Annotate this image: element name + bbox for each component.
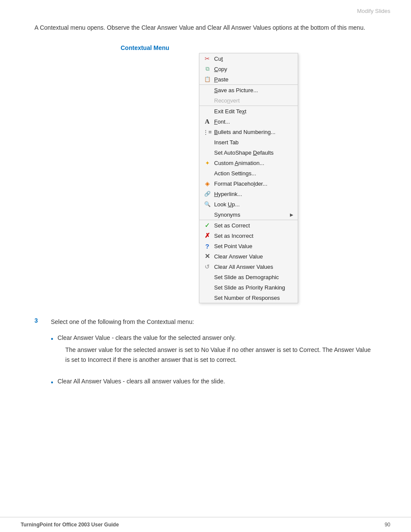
menu-label-set-correct: Set as Correct [214,222,293,229]
menu-item-cut[interactable]: ✂ Cut [199,53,298,64]
menu-item-copy[interactable]: ⧉ Copy [199,64,298,74]
hyperlink-icon: 🔗 [203,190,212,198]
menu-item-set-point-value[interactable]: ? Set Point Value [199,241,298,251]
footer: TurningPoint for Office 2003 User Guide … [0,517,411,532]
header: Modify Slides [0,0,411,14]
set-slide-demographic-icon [203,273,212,281]
bullet-label-2: Clear All Answer Values - clears all ans… [58,378,225,385]
menu-item-save-as-picture[interactable]: Save as Picture... [199,84,298,95]
menu-label-set-incorrect: Set as Incorrect [214,233,293,239]
synonyms-icon [203,211,212,218]
footer-left-text: TurningPoint for Office 2003 User Guide [21,522,119,528]
step-3-section: 3 Select one of the following from the C… [34,317,377,394]
menu-label-look-up: Look Up... [214,201,293,208]
menu-item-set-number-responses[interactable]: Set Number of Responses [199,292,298,303]
copy-icon: ⧉ [203,65,212,73]
menu-label-paste: Paste [214,76,293,83]
menu-item-set-slide-priority[interactable]: Set Slide as Priority Ranking [199,282,298,292]
menu-label-cut: Cut [214,56,293,62]
menu-item-hyperlink[interactable]: 🔗 Hyperlink... [199,189,298,199]
context-menu-wrapper: Contextual Menu ✂ Cut ⧉ Copy 📋 Paste Sav… [34,44,377,303]
set-autoshape-icon [203,149,212,156]
bullet-label-1: Clear Answer Value - clears the value fo… [58,334,236,341]
bullet-list: • Clear Answer Value - clears the value … [51,333,377,388]
bullet-item-2: • Clear All Answer Values - clears all a… [51,376,377,388]
menu-item-action-settings[interactable]: Action Settings... [199,168,298,178]
menu-item-set-autoshape[interactable]: Set AutoShape Defaults [199,147,298,158]
bullet-item-1-content: Clear Answer Value - clears the value fo… [58,333,377,370]
bullet-item-1: • Clear Answer Value - clears the value … [51,333,377,370]
action-settings-icon [203,169,212,177]
menu-label-format-placeholder: Format Placeholder... [214,180,293,187]
context-menu-title: Contextual Menu [121,44,169,51]
menu-item-synonyms[interactable]: Synonyms ▶ [199,209,298,220]
paste-icon: 📋 [203,75,212,83]
menu-label-set-slide-demographic: Set Slide as Demographic [214,274,293,280]
menu-label-clear-all-answer-values: Clear All Answer Values [214,264,293,270]
menu-label-insert-tab: Insert Tab [214,139,293,146]
menu-item-clear-all-answer-values[interactable]: ↺ Clear All Answer Values [199,261,298,272]
footer-page-number: 90 [385,522,390,528]
menu-label-set-slide-priority: Set Slide as Priority Ranking [214,284,293,291]
menu-item-exit-edit-text[interactable]: Exit Edit Text [199,106,298,116]
menu-item-bullets[interactable]: ⋮≡ Bullets and Numbering... [199,127,298,137]
save-as-picture-icon [203,86,212,94]
menu-item-insert-tab[interactable]: Insert Tab [199,137,298,147]
menu-label-custom-animation: Custom Animation... [214,160,293,166]
menu-label-action-settings: Action Settings... [214,170,293,177]
menu-item-custom-animation[interactable]: ✦ Custom Animation... [199,158,298,168]
step-3-number: 3 [34,317,43,394]
bullets-icon: ⋮≡ [203,128,212,136]
custom-animation-icon: ✦ [203,159,212,167]
step-3-main-text: Select one of the following from the Con… [51,317,377,327]
exit-edit-text-icon [203,107,212,115]
look-up-icon: 🔍 [203,200,212,208]
menu-label-clear-answer-value: Clear Answer Value [214,253,293,260]
main-content: A Contextual menu opens. Observe the Cle… [0,14,411,394]
menu-item-font[interactable]: A Font... [199,116,298,127]
set-number-responses-icon [203,294,212,302]
cut-icon: ✂ [203,55,212,62]
menu-label-set-point-value: Set Point Value [214,243,293,249]
set-incorrect-icon: ✗ [203,232,212,240]
synonyms-arrow-icon: ▶ [290,212,293,217]
set-point-value-icon: ? [203,242,212,250]
menu-item-clear-answer-value[interactable]: ✕ Clear Answer Value [199,251,298,261]
clear-answer-value-icon: ✕ [203,252,212,260]
font-icon: A [203,118,212,125]
menu-item-format-placeholder[interactable]: ◈ Format Placeholder... [199,178,298,189]
step-3-content: Select one of the following from the Con… [51,317,377,394]
insert-tab-icon [203,138,212,146]
format-placeholder-icon: ◈ [203,180,212,187]
bullet-dot-1: • [51,333,53,345]
menu-label-bullets: Bullets and Numbering... [214,129,293,135]
bullet-subtext-1: The answer value for the selected answer… [65,345,377,364]
menu-label-reconvert: Reconvert [214,97,293,104]
menu-label-copy: Copy [214,66,293,72]
menu-label-hyperlink: Hyperlink... [214,191,293,197]
menu-label-set-number-responses: Set Number of Responses [214,295,293,301]
bullet-dot-2: • [51,377,53,388]
reconvert-icon [203,96,212,104]
menu-item-set-slide-demographic[interactable]: Set Slide as Demographic [199,272,298,282]
menu-item-set-correct[interactable]: ✓ Set as Correct [199,220,298,230]
menu-label-save-as-picture: Save as Picture... [214,87,293,93]
set-slide-priority-icon [203,283,212,291]
menu-item-set-incorrect[interactable]: ✗ Set as Incorrect [199,230,298,241]
menu-label-synonyms: Synonyms [214,212,290,218]
bullet-item-2-content: Clear All Answer Values - clears all ans… [58,376,225,386]
menu-item-look-up[interactable]: 🔍 Look Up... [199,199,298,209]
menu-label-font: Font... [214,118,293,125]
intro-paragraph: A Contextual menu opens. Observe the Cle… [34,23,377,32]
set-correct-icon: ✓ [203,221,212,229]
clear-all-answer-values-icon: ↺ [203,263,212,271]
context-menu: ✂ Cut ⧉ Copy 📋 Paste Save as Picture... … [199,53,298,303]
header-title: Modify Slides [357,8,390,14]
menu-item-paste[interactable]: 📋 Paste [199,74,298,84]
menu-label-exit-edit-text: Exit Edit Text [214,108,293,115]
menu-label-set-autoshape: Set AutoShape Defaults [214,149,293,156]
menu-item-reconvert[interactable]: Reconvert [199,95,298,106]
